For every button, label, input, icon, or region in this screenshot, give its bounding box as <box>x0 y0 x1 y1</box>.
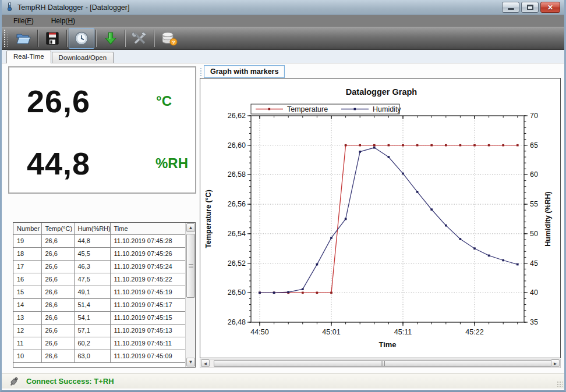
table-row[interactable]: 1326,654,111.10.2019 07:45:15 <box>13 311 186 324</box>
table-row[interactable]: 1926,644,811.10.2019 07:45:28 <box>13 234 186 247</box>
temperature-value: 26,6 <box>9 83 131 119</box>
svg-text:?: ? <box>172 39 175 45</box>
table-vertical-scrollbar[interactable]: ▲ ▼ <box>185 223 195 367</box>
close-button[interactable]: ✕ <box>540 2 560 13</box>
maximize-icon <box>527 5 533 10</box>
svg-text:Humidity (%RH): Humidity (%RH) <box>544 191 552 246</box>
svg-text:35: 35 <box>530 318 538 326</box>
table-row[interactable]: 1826,645,511.10.2019 07:45:26 <box>13 247 186 260</box>
svg-text:26,62: 26,62 <box>228 112 246 120</box>
table-header-row: Number Temp(°C) Hum(%RH) Time <box>13 223 186 234</box>
svg-text:60: 60 <box>530 170 538 179</box>
green-download-arrow-icon <box>103 31 118 46</box>
table-row[interactable]: 1126,660,211.10.2019 07:45:11 <box>13 337 186 350</box>
menu-bar: File(F) Help(H) <box>2 15 564 27</box>
table-row[interactable]: 1626,647,511.10.2019 07:45:22 <box>13 273 186 286</box>
toolbar-separator <box>95 30 97 47</box>
svg-text:Time: Time <box>378 340 396 349</box>
thermometer-app-icon <box>5 2 14 13</box>
svg-text:26,60: 26,60 <box>228 141 246 149</box>
readout-panel: 26,6 °C 44,8 %RH <box>8 66 196 194</box>
svg-text:65: 65 <box>530 141 538 149</box>
graph-horizontal-scrollbar[interactable]: ◄ ► <box>200 359 561 368</box>
svg-text:45:01: 45:01 <box>322 328 340 336</box>
table-row[interactable]: 1226,657,111.10.2019 07:45:13 <box>13 324 186 337</box>
tab-download-open[interactable]: Download/Open <box>52 52 114 63</box>
clock-icon <box>74 31 89 46</box>
svg-text:70: 70 <box>530 112 538 120</box>
floppy-disk-icon <box>45 31 60 46</box>
database-help-button[interactable]: ? <box>156 28 182 49</box>
resize-grip[interactable] <box>557 381 563 387</box>
graph-panel: 26,4826,5026,5226,5426,5626,5826,6026,62… <box>200 78 561 358</box>
toolbar-separator <box>125 30 126 47</box>
toolbar-separator <box>154 30 155 47</box>
toolbar-separator <box>66 30 68 47</box>
scroll-right-button[interactable]: ► <box>551 359 560 367</box>
menu-help[interactable]: Help(H) <box>49 16 77 26</box>
toolbar-separator <box>37 30 38 47</box>
svg-text:26,56: 26,56 <box>228 200 246 208</box>
svg-text:Temperature (°C): Temperature (°C) <box>204 190 213 248</box>
svg-text:45:11: 45:11 <box>394 328 412 336</box>
scroll-left-button[interactable]: ◄ <box>201 359 210 367</box>
graph-mode-button[interactable]: Graph with markers <box>204 65 285 78</box>
col-temp[interactable]: Temp(°C) <box>41 223 74 234</box>
download-button[interactable] <box>98 28 123 49</box>
svg-text:Temperature: Temperature <box>287 105 328 113</box>
svg-text:26,54: 26,54 <box>228 230 246 238</box>
save-button[interactable] <box>40 28 65 49</box>
database-question-icon: ? <box>160 31 178 46</box>
minimize-button[interactable] <box>502 2 519 13</box>
temperature-unit: °C <box>131 93 195 109</box>
graph-toolbar-grip[interactable] <box>200 68 202 76</box>
datalogger-chart: 26,4826,5026,5226,5426,5626,5826,6026,62… <box>200 79 560 358</box>
scroll-thumb[interactable] <box>214 360 551 367</box>
humidity-value: 44,8 <box>9 145 131 181</box>
window-title: TempRH Datalogger - [Datalogger] <box>17 3 498 12</box>
menu-file[interactable]: File(F) <box>11 16 36 26</box>
close-icon: ✕ <box>547 3 553 12</box>
col-number[interactable]: Number <box>13 223 41 234</box>
temperature-readout: 26,6 °C <box>9 67 195 130</box>
svg-text:44:50: 44:50 <box>250 328 268 336</box>
thumb-grip-icon <box>381 361 385 366</box>
svg-text:50: 50 <box>530 230 538 238</box>
title-bar: TempRH Datalogger - [Datalogger] ✕ <box>2 0 564 15</box>
status-bar: Connect Success: T+RH <box>2 373 564 389</box>
toolbar-grip[interactable] <box>4 30 8 47</box>
maximize-button[interactable] <box>521 2 539 13</box>
svg-text:26,52: 26,52 <box>228 259 246 268</box>
svg-text:Humidity: Humidity <box>373 105 401 113</box>
readings-grid: Number Temp(°C) Hum(%RH) Time 1926,644,8… <box>13 223 186 363</box>
minimize-icon <box>508 8 514 10</box>
readings-table: Number Temp(°C) Hum(%RH) Time 1926,644,8… <box>13 222 196 368</box>
status-message: Connect Success: T+RH <box>26 377 114 386</box>
svg-text:26,50: 26,50 <box>228 288 246 297</box>
svg-text:45: 45 <box>530 259 538 268</box>
scroll-down-button[interactable]: ▼ <box>186 358 195 366</box>
col-hum[interactable]: Hum(%RH) <box>74 223 110 234</box>
humidity-readout: 44,8 %RH <box>9 130 195 193</box>
scroll-thumb[interactable] <box>186 234 195 298</box>
tab-real-time[interactable]: Real-Time <box>6 51 51 63</box>
window-controls: ✕ <box>502 2 561 13</box>
table-row[interactable]: 1526,649,111.10.2019 07:45:19 <box>13 286 186 298</box>
col-time[interactable]: Time <box>110 223 186 234</box>
open-file-button[interactable] <box>10 28 36 49</box>
realtime-clock-button[interactable] <box>69 28 94 49</box>
open-folder-icon <box>15 31 31 46</box>
connector-plug-icon <box>9 376 19 387</box>
svg-text:45:22: 45:22 <box>465 328 483 336</box>
svg-text:26,48: 26,48 <box>228 318 246 326</box>
svg-text:26,58: 26,58 <box>228 170 246 179</box>
table-row[interactable]: 1026,663,011.10.2019 07:45:09 <box>13 350 186 362</box>
app-window: TempRH Datalogger - [Datalogger] ✕ File(… <box>0 0 566 392</box>
settings-tools-button[interactable] <box>127 28 153 49</box>
svg-text:Datalogger Graph: Datalogger Graph <box>346 87 417 97</box>
svg-text:55: 55 <box>530 200 538 208</box>
thumb-grip-icon <box>189 264 193 268</box>
table-row[interactable]: 1726,646,311.10.2019 07:45:24 <box>13 260 186 273</box>
table-row[interactable]: 1426,651,411.10.2019 07:45:17 <box>13 298 186 311</box>
scroll-up-button[interactable]: ▲ <box>186 223 195 232</box>
